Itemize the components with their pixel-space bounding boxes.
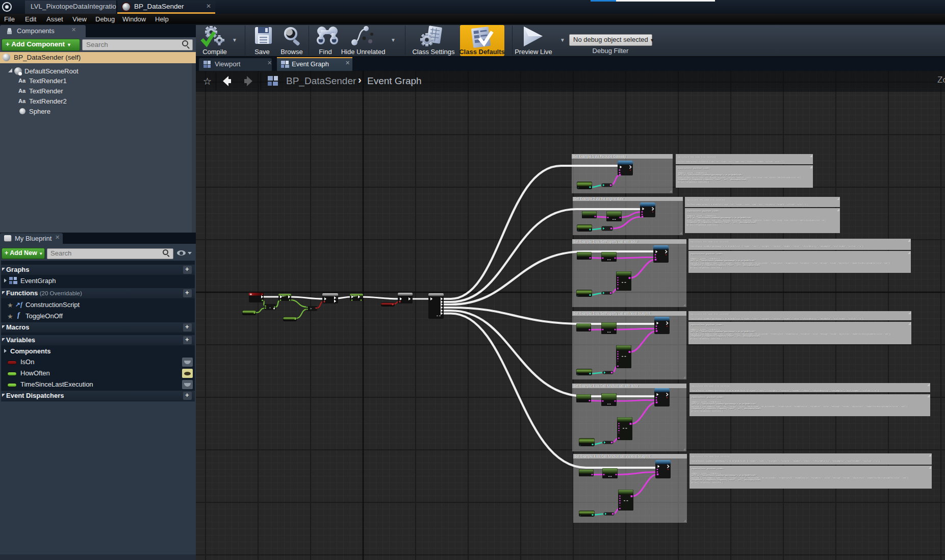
- svg-text:url = 'localhost:44004/gateway: url = 'localhost:44004/gateway/2.0.0/pub…: [678, 174, 743, 176]
- svg-text:Equivalent TPC code (not cover: Equivalent TPC code (not covered): [692, 385, 730, 387]
- svg-text:SET: SET: [282, 295, 286, 297]
- svg-text:payload = json.dumps({'Type':': payload = json.dumps({'Type':'Set','Targ…: [691, 262, 890, 264]
- svg-text:localhost:44004/gateway/2.0.0/: localhost:44004/gateway/2.0.0/publish {'…: [687, 203, 808, 206]
- svg-text:response = requests.request('P: response = requests.request('POST', url,…: [692, 479, 761, 481]
- svg-text:Set Example 3 via SetProperty: Set Example 3 via SetProperty call with …: [574, 312, 651, 316]
- svg-text:>: >: [617, 360, 619, 363]
- svg-text:response = requests.request('P: response = requests.request('POST', url,…: [691, 264, 760, 266]
- svg-text:url = 'localhost:44004/gateway: url = 'localhost:44004/gateway/2.0.0/pub…: [691, 260, 756, 262]
- svg-text:Set Example 3 via SetProperty: Set Example 3 via SetProperty call with …: [574, 240, 638, 244]
- svg-text:import json, requests: import json, requests: [691, 258, 721, 260]
- svg-text:Equivalent python code:: Equivalent python code:: [691, 253, 723, 255]
- svg-text:print(response.content): print(response.content): [692, 481, 723, 483]
- svg-text:import json, requests: import json, requests: [692, 401, 722, 403]
- svg-text:+: +: [269, 306, 271, 309]
- svg-text:response = requests.request('P: response = requests.request('POST', url,…: [692, 408, 761, 410]
- svg-text:localhost:44004/gateway/2.0.0/: localhost:44004/gateway/2.0.0/publish {'…: [692, 460, 880, 462]
- svg-text:>: >: [310, 307, 312, 310]
- svg-text:Equivalent python code:: Equivalent python code:: [691, 324, 723, 326]
- svg-text:payload = json.dumps({'Type':': payload = json.dumps({'Type':'Set','Targ…: [678, 176, 801, 179]
- svg-text:import json, requests: import json, requests: [687, 215, 717, 217]
- svg-text:response = requests.request('P: response = requests.request('POST', url,…: [678, 179, 747, 181]
- svg-text:SET: SET: [353, 295, 357, 297]
- svg-text:import json, requests: import json, requests: [678, 172, 708, 174]
- svg-text:url = 'localhost:44004/gateway: url = 'localhost:44004/gateway/2.0.0/pub…: [687, 217, 752, 219]
- svg-text:localhost:44004/gateway/2.0.0/: localhost:44004/gateway/2.0.0/publish {'…: [691, 245, 864, 247]
- svg-text:import json, requests: import json, requests: [692, 472, 722, 474]
- svg-text:localhost:44004/gateway/2.0.0/: localhost:44004/gateway/2.0.0/publish {'…: [691, 318, 864, 320]
- svg-text:Set Example 2 via the engine s: Set Example 2 via the engine state: [574, 197, 624, 201]
- svg-text:payload = json.dumps({'Type':': payload = json.dumps({'Type':'Set','Targ…: [691, 333, 891, 335]
- svg-text:Equivalent TPC code (not cover: Equivalent TPC code (not covered): [691, 313, 729, 315]
- svg-text:Equivalent python code:: Equivalent python code:: [687, 210, 720, 212]
- svg-text:Equivalent TPC code (not cover: Equivalent TPC code (not covered): [692, 455, 730, 457]
- svg-text:payload = json.dumps({'Type':': payload = json.dumps({'Type':'Set','Targ…: [687, 219, 826, 221]
- svg-text:print(response.content): print(response.content): [691, 338, 722, 340]
- svg-text:Equivalent python code:: Equivalent python code:: [692, 468, 724, 470]
- svg-text:print(response.content): print(response.content): [678, 181, 709, 183]
- svg-text:Equivalent python code:: Equivalent python code:: [692, 396, 724, 398]
- svg-text:localhost:44004/gateway/2.0.0/: localhost:44004/gateway/2.0.0/publish {'…: [678, 161, 784, 163]
- svg-text:Set Example 4 via Call functio: Set Example 4 via Call function call wit…: [574, 384, 638, 388]
- svg-text:payload = json.dumps({'Type':': payload = json.dumps({'Type':'Set','Targ…: [692, 405, 908, 408]
- svg-text:>: >: [618, 432, 620, 435]
- svg-text:Equivalent TPC code (not cover: Equivalent TPC code (not covered): [678, 156, 717, 158]
- svg-text:Set Example 1 via Pixotope Gat: Set Example 1 via Pixotope Gateway: [573, 155, 626, 159]
- svg-text:print(response.content): print(response.content): [691, 267, 722, 269]
- svg-text:response = requests.request('P: response = requests.request('POST', url,…: [687, 221, 756, 223]
- svg-text:response = requests.request('P: response = requests.request('POST', url,…: [691, 335, 760, 337]
- svg-text:print(response.content): print(response.content): [687, 224, 719, 226]
- svg-text:url = 'localhost:44004/gateway: url = 'localhost:44004/gateway/2.0.0/pub…: [692, 474, 757, 476]
- svg-text:payload = json.dumps({'Type':': payload = json.dumps({'Type':'Set','Targ…: [692, 477, 909, 479]
- svg-text:localhost:44004/gateway/2.0.0/: localhost:44004/gateway/2.0.0/publish {'…: [692, 390, 879, 392]
- svg-text:Equivalent TPC code (not cover: Equivalent TPC code (not covered): [691, 241, 729, 243]
- svg-text:Equivalent TPC code (not cover: Equivalent TPC code (not covered): [687, 199, 726, 201]
- svg-text:Set Example 4 via Call functio: Set Example 4 via Call function call via…: [575, 454, 651, 459]
- svg-text:url = 'localhost:44004/gateway: url = 'localhost:44004/gateway/2.0.0/pub…: [692, 403, 757, 405]
- svg-text:print(response.content): print(response.content): [692, 410, 723, 412]
- svg-text:import json, requests: import json, requests: [691, 328, 721, 330]
- svg-text:url = 'localhost:44004/gateway: url = 'localhost:44004/gateway/2.0.0/pub…: [691, 330, 756, 333]
- svg-text:Equivalent python code:: Equivalent python code:: [678, 167, 710, 169]
- svg-text:>: >: [619, 504, 621, 507]
